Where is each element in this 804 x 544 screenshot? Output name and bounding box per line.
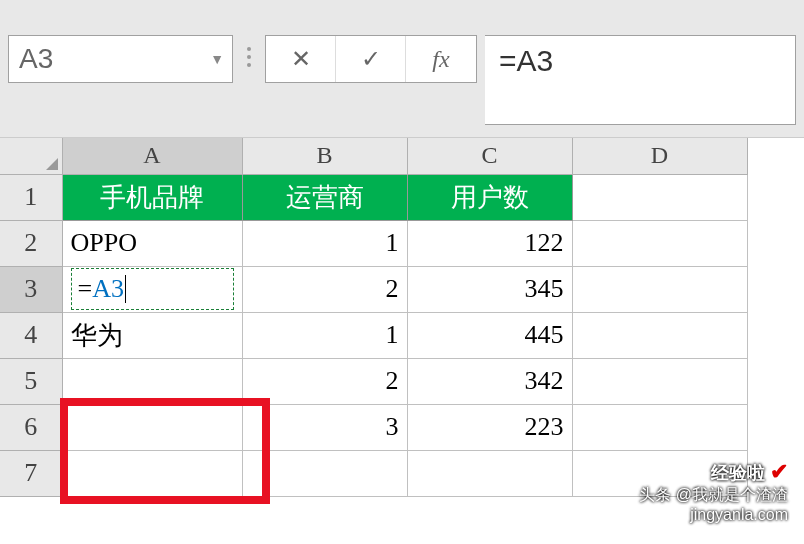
row-header-6[interactable]: 6 (0, 404, 62, 450)
watermark-site: jingyanla.com (639, 506, 788, 524)
cell-a3-editing[interactable]: =A3 (62, 266, 242, 312)
cell-d5[interactable] (572, 358, 747, 404)
cell-b1[interactable]: 运营商 (242, 174, 407, 220)
cell-c2[interactable]: 122 (407, 220, 572, 266)
cell-editor[interactable]: =A3 (71, 268, 234, 310)
row-header-4[interactable]: 4 (0, 312, 62, 358)
cell-c4[interactable]: 445 (407, 312, 572, 358)
cell-c5[interactable]: 342 (407, 358, 572, 404)
formula-reference: A3 (92, 274, 124, 304)
cell-b4[interactable]: 1 (242, 312, 407, 358)
cell-d1[interactable] (572, 174, 747, 220)
formula-bar-area: A3 ▼ ✕ ✓ fx =A3 (0, 0, 804, 138)
row-header-7[interactable]: 7 (0, 450, 62, 496)
column-header-d[interactable]: D (572, 138, 747, 174)
cell-c7[interactable] (407, 450, 572, 496)
chevron-down-icon[interactable]: ▼ (210, 51, 224, 67)
cell-d2[interactable] (572, 220, 747, 266)
formula-input[interactable]: =A3 (485, 35, 796, 125)
cell-d4[interactable] (572, 312, 747, 358)
cell-b2[interactable]: 1 (242, 220, 407, 266)
cell-a7[interactable] (62, 450, 242, 496)
cell-b5[interactable]: 2 (242, 358, 407, 404)
insert-function-button[interactable]: fx (406, 36, 476, 82)
name-box-value: A3 (19, 43, 53, 75)
cell-c3[interactable]: 345 (407, 266, 572, 312)
column-header-c[interactable]: C (407, 138, 572, 174)
cancel-formula-button[interactable]: ✕ (266, 36, 336, 82)
column-header-a[interactable]: A (62, 138, 242, 174)
formula-controls: ✕ ✓ fx (265, 35, 477, 83)
cell-c1[interactable]: 用户数 (407, 174, 572, 220)
cell-b6[interactable]: 3 (242, 404, 407, 450)
cell-d3[interactable] (572, 266, 747, 312)
text-cursor-icon (125, 275, 126, 303)
spreadsheet-grid[interactable]: A B C D 1 手机品牌 运营商 用户数 2 OPPO 1 122 3 =A… (0, 138, 804, 497)
row-header-1[interactable]: 1 (0, 174, 62, 220)
row-header-2[interactable]: 2 (0, 220, 62, 266)
formula-equals: = (78, 274, 93, 304)
cell-a5[interactable] (62, 358, 242, 404)
cell-b3[interactable]: 2 (242, 266, 407, 312)
column-header-b[interactable]: B (242, 138, 407, 174)
cell-a2[interactable]: OPPO (62, 220, 242, 266)
name-box[interactable]: A3 ▼ (8, 35, 233, 83)
cell-a1[interactable]: 手机品牌 (62, 174, 242, 220)
cell-b7[interactable] (242, 450, 407, 496)
cell-d7[interactable] (572, 450, 747, 496)
cell-a4[interactable]: 华为 (62, 312, 242, 358)
row-header-5[interactable]: 5 (0, 358, 62, 404)
cell-c6[interactable]: 223 (407, 404, 572, 450)
select-all-corner[interactable] (0, 138, 62, 174)
cell-a6[interactable] (62, 404, 242, 450)
confirm-formula-button[interactable]: ✓ (336, 36, 406, 82)
divider-dots-icon (241, 35, 257, 79)
cell-d6[interactable] (572, 404, 747, 450)
row-header-3[interactable]: 3 (0, 266, 62, 312)
